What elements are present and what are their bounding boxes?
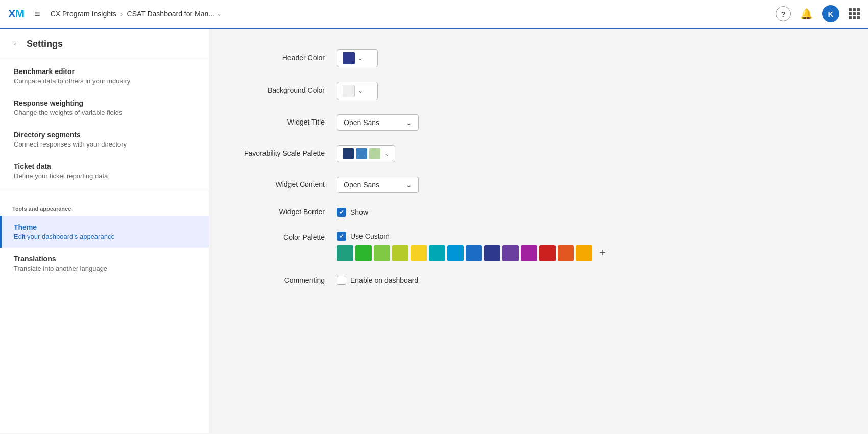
- enable-on-dashboard-label: Enable on dashboard: [350, 276, 418, 284]
- palette-color-6[interactable]: [429, 245, 445, 261]
- widget-content-font-value: Open Sans: [344, 181, 379, 189]
- theme-subtitle: Edit your dashboard's appearance: [14, 233, 197, 240]
- translations-subtitle: Translate into another language: [14, 264, 197, 272]
- widget-border-label: Widget Border: [240, 207, 337, 218]
- directory-segments-subtitle: Connect responses with your directory: [14, 140, 197, 148]
- help-icon[interactable]: ?: [776, 6, 791, 21]
- color-palette-label: Color Palette: [240, 232, 337, 243]
- palette-color-8[interactable]: [466, 245, 482, 261]
- breadcrumb: CX Program Insights › CSAT Dashboard for…: [51, 10, 222, 18]
- use-custom-checkbox[interactable]: ✓: [337, 232, 346, 241]
- commenting-control: Enable on dashboard: [337, 276, 418, 285]
- palette-color-14[interactable]: [576, 245, 592, 261]
- commenting-checkbox[interactable]: [337, 276, 346, 285]
- palette-color-3[interactable]: [374, 245, 390, 261]
- widget-title-chevron-icon: ⌄: [406, 118, 412, 127]
- widget-border-show-label: Show: [350, 208, 368, 216]
- favorability-label: Favorability Scale Palette: [240, 149, 337, 159]
- background-color-label: Background Color: [240, 86, 337, 96]
- nav-right: ? 🔔 K: [776, 5, 860, 22]
- sidebar-header: ← Settings: [0, 29, 209, 60]
- sidebar: ← Settings Benchmark editor Compare data…: [0, 29, 209, 433]
- fav-chevron-icon: ⌄: [384, 150, 390, 157]
- sidebar-item-translations[interactable]: Translations Translate into another lang…: [0, 248, 209, 279]
- widget-border-checkbox[interactable]: ✓: [337, 208, 346, 217]
- palette-color-13[interactable]: [558, 245, 574, 261]
- ticket-data-title: Ticket data: [14, 162, 197, 171]
- background-color-row: Background Color ⌄: [240, 82, 837, 100]
- header-color-label: Header Color: [240, 53, 337, 63]
- widget-title-font-select[interactable]: Open Sans ⌄: [337, 114, 419, 131]
- widget-content-row: Widget Content Open Sans ⌄: [240, 177, 837, 193]
- palette-color-2[interactable]: [355, 245, 372, 261]
- palette-color-7[interactable]: [447, 245, 464, 261]
- widget-content-font-select[interactable]: Open Sans ⌄: [337, 177, 419, 193]
- breadcrumb-current[interactable]: CSAT Dashboard for Man... ⌄: [127, 10, 222, 18]
- sidebar-item-ticket-data[interactable]: Ticket data Define your ticket reporting…: [0, 155, 209, 187]
- response-weighting-title: Response weighting: [14, 99, 197, 107]
- widget-border-control: ✓ Show: [337, 208, 368, 217]
- header-color-swatch: [343, 52, 355, 64]
- palette-add-button[interactable]: +: [594, 245, 611, 261]
- palette-color-5[interactable]: [411, 245, 427, 261]
- background-color-control: ⌄: [337, 82, 378, 100]
- header-color-control: ⌄: [337, 49, 378, 67]
- commenting-label: Commenting: [240, 276, 337, 286]
- bell-icon[interactable]: 🔔: [800, 8, 813, 20]
- breadcrumb-chevron-icon: ⌄: [216, 10, 222, 17]
- back-arrow-icon[interactable]: ←: [12, 39, 21, 50]
- fav-swatch-3: [369, 148, 380, 159]
- header-color-row: Header Color ⌄: [240, 49, 837, 67]
- widget-title-row: Widget Title Open Sans ⌄: [240, 114, 837, 131]
- widget-content-chevron-icon: ⌄: [406, 181, 412, 189]
- widget-title-control: Open Sans ⌄: [337, 114, 419, 131]
- commenting-row: Commenting Enable on dashboard: [240, 276, 837, 286]
- hamburger-menu[interactable]: ≡: [34, 8, 40, 20]
- widget-title-label: Widget Title: [240, 117, 337, 128]
- palette-color-9[interactable]: [484, 245, 500, 261]
- fav-swatch-2: [356, 148, 367, 159]
- use-custom-row: ✓ Use Custom: [337, 232, 611, 241]
- response-weighting-subtitle: Change the weights of variable fields: [14, 109, 197, 116]
- avatar[interactable]: K: [822, 5, 839, 22]
- background-color-swatch: [343, 85, 355, 97]
- header-color-button[interactable]: ⌄: [337, 49, 378, 67]
- widget-border-check-icon: ✓: [339, 209, 344, 216]
- palette-colors-row: +: [337, 245, 611, 261]
- benchmark-subtitle: Compare data to others in your industry: [14, 77, 197, 85]
- palette-color-12[interactable]: [539, 245, 556, 261]
- tools-appearance-label: Tools and appearance: [0, 196, 209, 216]
- palette-color-10[interactable]: [502, 245, 519, 261]
- breadcrumb-separator: ›: [120, 10, 123, 18]
- color-palette-control: ✓ Use Custom: [337, 232, 611, 261]
- palette-color-11[interactable]: [521, 245, 537, 261]
- ticket-data-subtitle: Define your ticket reporting data: [14, 172, 197, 180]
- settings-title: Settings: [27, 39, 63, 50]
- xm-logo[interactable]: XM: [8, 7, 24, 20]
- sidebar-item-response-weighting[interactable]: Response weighting Change the weights of…: [0, 92, 209, 124]
- favorability-palette-button[interactable]: ⌄: [337, 145, 395, 162]
- main-layout: ← Settings Benchmark editor Compare data…: [0, 29, 868, 433]
- content-area: Header Color ⌄ Background Color ⌄ Widget…: [209, 29, 868, 433]
- favorability-control: ⌄: [337, 145, 395, 162]
- breadcrumb-parent[interactable]: CX Program Insights: [51, 10, 116, 18]
- sidebar-item-benchmark[interactable]: Benchmark editor Compare data to others …: [0, 60, 209, 92]
- sidebar-item-directory-segments[interactable]: Directory segments Connect responses wit…: [0, 124, 209, 155]
- palette-color-1[interactable]: [337, 245, 353, 261]
- translations-title: Translations: [14, 255, 197, 263]
- theme-title: Theme: [14, 223, 197, 231]
- color-palette-row: Color Palette ✓ Use Custom: [240, 232, 837, 261]
- use-custom-label: Use Custom: [350, 232, 390, 240]
- sidebar-item-theme[interactable]: Theme Edit your dashboard's appearance: [0, 216, 209, 248]
- palette-color-4[interactable]: [392, 245, 408, 261]
- widget-content-label: Widget Content: [240, 180, 337, 190]
- sidebar-divider: [0, 191, 209, 191]
- widget-content-control: Open Sans ⌄: [337, 177, 419, 193]
- widget-border-row: Widget Border ✓ Show: [240, 207, 837, 218]
- directory-segments-title: Directory segments: [14, 131, 197, 139]
- grid-icon[interactable]: [849, 8, 860, 19]
- top-navigation: XM ≡ CX Program Insights › CSAT Dashboar…: [0, 0, 868, 29]
- fav-swatch-1: [343, 148, 354, 159]
- widget-title-font-value: Open Sans: [344, 118, 379, 127]
- background-color-button[interactable]: ⌄: [337, 82, 378, 100]
